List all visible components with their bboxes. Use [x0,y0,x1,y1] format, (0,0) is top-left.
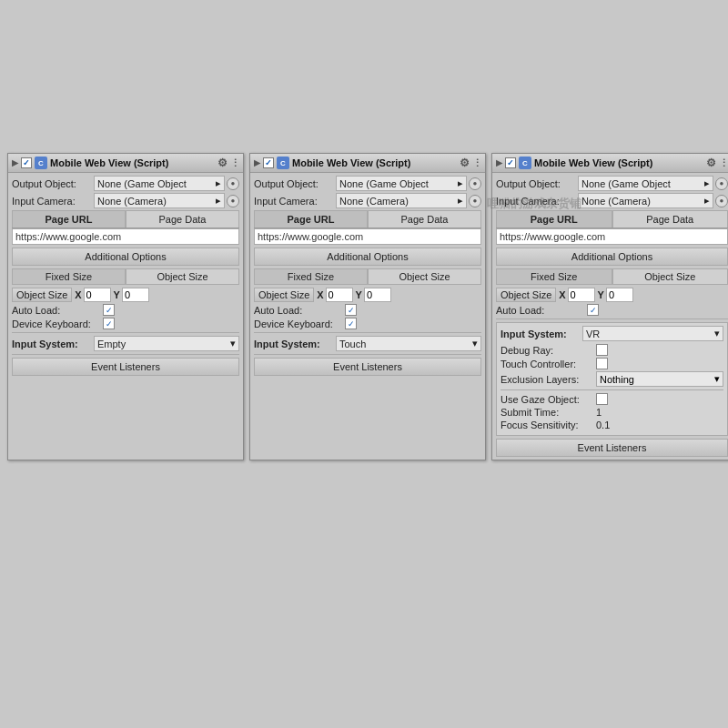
panel-1-x-input[interactable] [84,288,111,302]
panel-2-gear-icon[interactable]: ⚙ [460,157,470,169]
panel-2-title: Mobile Web View (Script) [292,157,457,168]
panel-3-exclusion-select[interactable]: Nothing ▾ [596,371,723,387]
panel-3-sub-tab-fixed[interactable]: Fixed Size [496,268,612,285]
panel-2-url[interactable]: https://www.google.com [254,228,481,245]
panel-3-vr-divider [500,389,723,390]
panel-3-auto-load-check[interactable]: ✓ [587,304,599,316]
panel-3-x-input[interactable] [568,288,595,302]
panel-3-tab-url[interactable]: Page URL [496,210,612,228]
panel-3-touch-ctrl-check[interactable] [596,358,608,369]
panel-1-y-coord: Y [114,288,149,302]
panel-1-auto-load-row: Auto Load: ✓ [12,304,239,316]
panel-3-input-sys-row: Input System: VR ▾ [500,326,723,341]
panel-2-sub-tab-fixed[interactable]: Fixed Size [254,268,368,285]
panel-3-output-circle[interactable]: ● [715,177,728,190]
panel-3-camera-text: None (Camera) [581,196,651,207]
panel-3-x-coord: X [559,288,594,302]
panel-3-checkbox[interactable]: ✓ [505,157,516,168]
panel-3-focus-sens-label: Focus Sensitivity: [500,420,596,430]
panel-3-output-value[interactable]: None (Game Object ▸ [578,176,713,191]
panel-2-camera-value[interactable]: None (Camera) ▸ [336,193,467,208]
panel-3-use-gaze-check[interactable] [596,393,608,405]
panel-2-device-kb-row: Device Keyboard: ✓ [254,318,481,329]
panel-3-gear-icon[interactable]: ⚙ [706,157,716,169]
panel-3-debug-ray-check[interactable] [596,344,608,356]
panel-1-auto-load-label: Auto Load: [12,305,103,316]
panel-2-tab-url[interactable]: Page URL [254,210,368,228]
panel-3-input-sys-arrow: ▾ [714,328,720,339]
panel-3-tab-data[interactable]: Page Data [612,210,729,228]
panel-2-tab-data[interactable]: Page Data [368,210,481,228]
panel-3-focus-sens-value: 0.1 [596,420,723,430]
panel-1-camera-circle[interactable]: ● [227,195,239,207]
panel-1-sub-tab-object[interactable]: Object Size [126,268,239,285]
panel-1-auto-load-check[interactable]: ✓ [103,304,115,316]
panel-2-auto-load-label: Auto Load: [254,305,345,316]
panel-2-input-sys-arrow: ▾ [472,338,478,349]
panel-2-input-sys-select[interactable]: Touch ▾ [336,336,481,351]
panel-1-sub-tab-fixed[interactable]: Fixed Size [12,268,126,285]
panel-3-y-input[interactable] [606,288,633,302]
panel-1-input-sys-label: Input System: [12,339,94,349]
panel-3-camera-circle[interactable]: ● [715,195,728,207]
panel-3-sub-tabs: Fixed Size Object Size [496,268,728,285]
panel-3-camera-value[interactable]: None (Camera) ▸ [578,193,713,208]
panel-1-x-label: X [75,289,81,300]
panel-3-output-arrow: ▸ [704,177,710,189]
panel-3-debug-ray-label: Debug Ray: [500,345,596,356]
panel-2-x-label: X [317,289,323,300]
panel-1-obj-size-label: Object Size [12,288,72,302]
panel-2-x-coord: X [317,288,352,302]
panel-1-device-kb-check[interactable]: ✓ [103,318,115,329]
panel-2-additional-options[interactable]: Additional Options [254,248,481,266]
panel-3-use-gaze-row: Use Gaze Object: [500,393,723,405]
panel-1-gear-icon[interactable]: ⚙ [217,157,228,169]
panel-1-input-sys-select[interactable]: Empty ▾ [94,336,239,351]
panel-2-camera-circle[interactable]: ● [469,195,481,207]
panel-3-arrow: ▶ [496,158,502,167]
panel-3-input-sys-value: VR [586,329,600,339]
panel-2-sub-tab-object[interactable]: Object Size [368,268,481,285]
panel-1-output-value[interactable]: None (Game Object ▸ [94,176,225,191]
panel-2-output-circle[interactable]: ● [469,177,481,190]
panel-1-checkbox[interactable]: ✓ [21,157,32,168]
panel-2-auto-load-check[interactable]: ✓ [345,304,357,316]
panel-2-camera-text: None (Camera) [339,196,409,207]
panel-1-tab-data[interactable]: Page Data [126,210,239,228]
panel-2-output-value[interactable]: None (Game Object ▸ [336,176,467,191]
panel-3-input-sys-select[interactable]: VR ▾ [582,326,723,341]
panel-1-y-input[interactable] [122,288,149,302]
panel-3-titlebar: ▶ ✓ C Mobile Web View (Script) ⚙ ⋮ [492,154,728,173]
panel-1-menu-icon[interactable]: ⋮ [230,157,239,169]
panel-1-event-btn[interactable]: Event Listeners [12,358,239,376]
panel-2-y-input[interactable] [364,288,391,302]
panel-3: ▶ ✓ C Mobile Web View (Script) ⚙ ⋮ Outpu… [491,153,728,460]
panel-1-additional-options[interactable]: Additional Options [12,248,239,266]
panel-3-additional-options[interactable]: Additional Options [496,248,728,266]
panel-3-camera-label: Input Camera: [496,196,578,207]
panel-1-camera-value[interactable]: None (Camera) ▸ [94,193,225,208]
panel-1-url[interactable]: https://www.google.com [12,228,239,245]
panel-2-input-sys-row: Input System: Touch ▾ [254,336,481,351]
panel-3-url[interactable]: https://www.google.com [496,228,728,245]
panel-3-event-btn[interactable]: Event Listeners [496,439,728,457]
panel-2-device-kb-label: Device Keyboard: [254,318,345,329]
panel-2-sub-tabs: Fixed Size Object Size [254,268,481,285]
panel-2-checkbox[interactable]: ✓ [263,157,274,168]
panel-1-output-arrow: ▸ [216,177,221,189]
panel-2-output-label: Output Object: [254,178,336,189]
panel-2-camera-label: Input Camera: [254,196,336,207]
panel-3-tabs: Page URL Page Data [496,210,728,228]
panel-2-menu-icon[interactable]: ⋮ [472,157,481,169]
panel-1-output-circle[interactable]: ● [227,177,239,190]
panel-2-y-coord: Y [356,288,391,302]
panel-3-menu-icon[interactable]: ⋮ [719,157,728,169]
panel-2-event-btn[interactable]: Event Listeners [254,358,481,376]
panel-1-icon: C [35,157,47,169]
panel-1-output-text: None (Game Object [97,178,187,189]
panel-3-sub-tab-object[interactable]: Object Size [612,268,729,285]
panel-3-camera-arrow: ▸ [704,195,710,207]
panel-2-x-input[interactable] [326,288,353,302]
panel-2-device-kb-check[interactable]: ✓ [345,318,357,329]
panel-1-tab-url[interactable]: Page URL [12,210,126,228]
